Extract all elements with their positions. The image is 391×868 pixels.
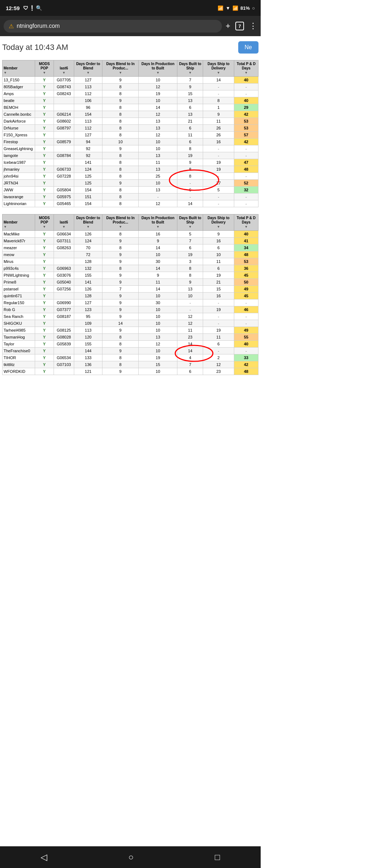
battery-icon: ○ [252,5,255,11]
cell-num: 32 [234,187,258,193]
cell-num: 10 [139,97,177,104]
mods-y: Y [43,252,46,257]
new-button[interactable]: Ne [238,41,258,54]
table-row: Regular150YG06990127930--- [3,299,258,306]
cell-num: 29 [234,104,258,111]
menu-icon[interactable]: ⋮ [249,21,257,31]
cell-num: 13 [139,118,177,125]
cell-num: - [203,173,234,180]
cell-mods: Y [35,368,54,375]
cell-member: Rob G [3,306,35,313]
timestamp: Today at 10:43 AM [2,43,68,52]
cell-num: 6 [177,244,203,251]
mods-y: Y [43,105,46,110]
signal-icon: 📶 [232,5,238,11]
cell-last6: G08784 [54,152,74,159]
mods-y: Y [43,369,46,374]
cell-num: - [234,152,258,159]
cell-member: DrNurse [3,125,35,132]
cell-member: JWW [3,187,35,193]
cell-num: 8 [102,341,139,348]
cell-num: 8 [177,145,203,152]
cell-num: - [234,84,258,90]
cell-num: 11 [139,159,177,166]
cell-num: 9 [102,306,139,313]
cell-last6: G08028 [54,334,74,341]
cell-num: 48 [234,251,258,258]
cell-mods: Y [35,313,54,320]
cell-mods: Y [35,231,54,238]
cell-num: 30 [139,258,177,265]
cell-num: 1 [203,104,234,111]
cell-num: - [234,320,258,327]
cell-num: 12 [203,361,234,368]
cell-num: 11 [203,334,234,341]
col-header-last6: last6▼ [54,60,74,77]
table-section-1: Member▼ MODS POP▼ last6▼ Days Order to B… [2,60,258,208]
cell-member: lavaorange [3,193,35,200]
table-row: Tarheel4985YG08125113910111949 [3,327,258,334]
cell-num: 52 [234,180,258,187]
cell-mods: Y [35,293,54,299]
cell-num: 14 [177,348,203,354]
cell-num: 126 [74,231,102,238]
cell-num: - [234,145,258,152]
cell-member: Firestop [3,139,35,145]
cell-num: 19 [203,166,234,173]
url-bar[interactable]: ⚠ ntningforum.com [4,20,222,33]
cell-num: - [234,173,258,180]
cell-num: 124 [74,166,102,173]
status-bar: 12:59 🛡 ❕ 🔍 📶 ▼ 📶 81% ○ [0,0,261,16]
cell-num: 92 [74,152,102,159]
cell-num: 15 [139,361,177,368]
new-tab-icon[interactable]: + [226,21,230,31]
cell-num: 42 [234,111,258,118]
cell-mods: Y [35,145,54,152]
cell-num: 14 [177,200,203,207]
table-row: GreaseLightningY929108-- [3,145,258,152]
cell-num: 15 [177,90,203,97]
table-header-row-2: Member▼ MODS POP▼ last6▼ Days Order to B… [3,214,258,231]
col-header-total: Total P & D Days▼ [234,60,258,77]
table-row: AmpsYG0824311281915-- [3,90,258,97]
cell-num: 49 [234,327,258,334]
cell-num: 9 [102,145,139,152]
cell-member: Mirus [3,258,35,265]
cell-num: 8 [102,173,139,180]
mods-y: Y [43,112,46,116]
table-row: MirusY12893031153 [3,258,258,265]
table-row: Prime8YG0504014191192150 [3,279,258,286]
cell-num: 8 [102,265,139,272]
cell-num: 6 [177,187,203,193]
mods-y: Y [43,321,46,326]
cell-last6 [54,293,74,299]
cell-member: Lightninorian [3,200,35,207]
table-row: 805BadgerYG087431138129-- [3,84,258,90]
cell-num: 12 [139,341,177,348]
col-header-mods-2: MODS POP▼ [35,214,54,231]
cell-num: 132 [74,265,102,272]
cell-num: 96 [74,104,102,111]
cell-num: 25 [139,173,177,180]
cell-num: 136 [74,361,102,368]
cell-member: Cannelle.bonbc [3,111,35,118]
cell-last6: G08263 [54,244,74,251]
col-header-member: Member▼ [3,60,35,77]
cell-mods: Y [35,111,54,118]
mods-y: Y [43,362,46,367]
cell-num: 123 [74,306,102,313]
cell-num: - [203,84,234,90]
cell-num: 141 [74,279,102,286]
table-header-row-1: Member▼ MODS POP▼ last6▼ Days Order to B… [3,60,258,77]
mods-y: Y [43,78,46,82]
tab-count[interactable]: 7 [235,22,244,30]
cell-num: 23 [203,368,234,375]
cell-num: 10 [139,139,177,145]
mods-y: Y [43,246,46,250]
cell-num: 10 [139,180,177,187]
col-header-days-blend: Days Blend to In Produc...▼ [102,60,139,77]
cell-num: 6 [203,244,234,251]
cell-num: 19 [203,306,234,313]
cell-num: - [203,152,234,159]
cell-mods: Y [35,251,54,258]
